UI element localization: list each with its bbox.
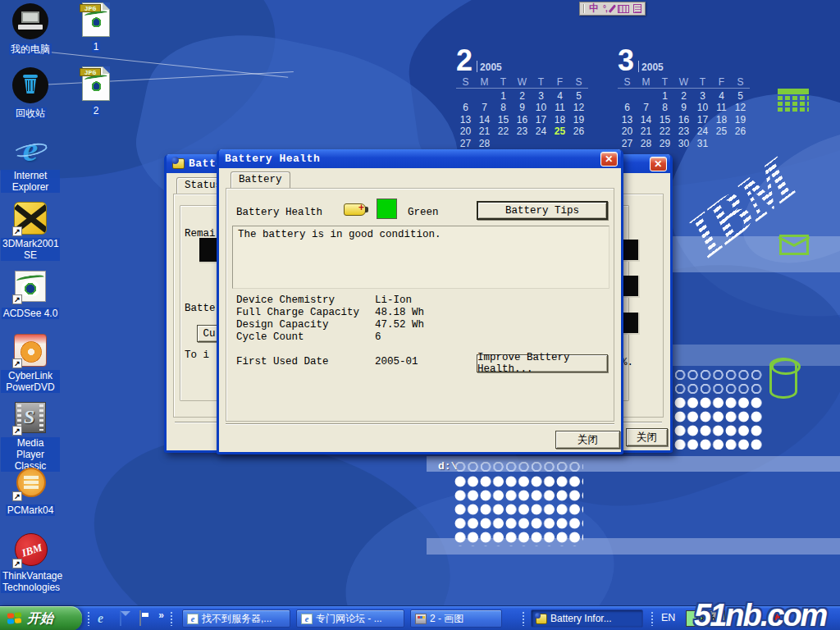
taskbar-grip[interactable] — [170, 611, 173, 626]
desktop-icon-pcmark04[interactable]: ↗ PCMark04 — [1, 464, 60, 517]
recycle-bin-icon — [12, 67, 48, 103]
taskbar-grip[interactable] — [522, 611, 525, 626]
calendar-day: 1 — [494, 90, 513, 103]
calendar-day: 27 — [618, 138, 637, 150]
battery-app-icon — [536, 614, 547, 624]
ime-punctuation-icon[interactable]: °, — [603, 4, 607, 13]
close-icon[interactable]: ✕ — [600, 152, 618, 167]
separator — [226, 423, 614, 425]
calendar-day: 21 — [475, 126, 494, 138]
calendar-day: 15 — [655, 114, 674, 126]
quicklaunch-overflow-chevron[interactable]: » — [154, 609, 168, 623]
shortcut-arrow-icon: ↗ — [12, 226, 22, 236]
calendar-day: 22 — [494, 126, 513, 138]
wallpaper-dot-grid — [454, 476, 583, 546]
field-value: Li-Ion — [375, 294, 412, 306]
ime-chinese-mode-icon[interactable]: 中 — [589, 2, 599, 16]
calendar-day: 12 — [569, 102, 588, 114]
calendar-day — [513, 138, 532, 150]
calendar-day: 2 — [674, 90, 693, 103]
calendar-day: 21 — [637, 126, 655, 138]
ime-menu-icon[interactable] — [633, 4, 641, 13]
start-button[interactable]: 开始 — [0, 606, 82, 630]
calendar-day: 28 — [637, 138, 655, 150]
icon-label: Internet Explorer — [1, 170, 60, 193]
battery-icon — [344, 203, 366, 216]
calendar-day — [494, 138, 513, 150]
quicklaunch-mail-icon[interactable] — [113, 611, 127, 625]
calendar-day: 4 — [550, 90, 569, 103]
calendar-day — [712, 138, 731, 150]
shortcut-arrow-icon: ↗ — [12, 559, 22, 568]
quicklaunch-show-desktop-icon[interactable] — [133, 611, 147, 625]
desktop-icon-recycle-bin[interactable]: 回收站 — [1, 66, 60, 120]
battery-tips-button[interactable]: Battery Tips — [477, 201, 608, 220]
calendar-day — [532, 138, 550, 150]
taskbar-window-forum[interactable]: e 专门网论坛 - ... — [296, 609, 404, 628]
desktop-icon-my-computer[interactable]: 我的电脑 — [1, 2, 60, 56]
calendar-year: 2005 — [641, 62, 664, 73]
battery-health-titlebar[interactable]: Battery Health ✕ — [219, 149, 621, 168]
calendar-month-number: 3 — [618, 47, 634, 75]
calendar-day: 29 — [655, 138, 674, 150]
wallpaper-dot-grid — [674, 397, 763, 450]
health-status-text: Green — [408, 207, 439, 218]
ime-pen-icon[interactable] — [609, 4, 616, 12]
calendar-divider — [638, 61, 639, 72]
close-button[interactable]: ✕ — [650, 157, 667, 171]
calendar-day: 8 — [655, 102, 674, 114]
calendar-divider — [477, 61, 477, 72]
drive-label: d:\ — [438, 460, 457, 472]
ime-keyboard-icon[interactable] — [618, 5, 629, 13]
desktop: d:\ IBM 中 °, 2 2005 SMTWTFS1234567891011… — [0, 0, 840, 630]
close-button-dialog[interactable]: 关闭 — [555, 431, 620, 449]
desktop-icon-acdsee[interactable]: ↗ ACDSee 4.0 — [1, 267, 60, 320]
quicklaunch-ie-icon[interactable]: e — [94, 611, 107, 625]
quicklaunch-grip[interactable] — [87, 611, 90, 626]
desktop-icon-powerdvd[interactable]: ↗ CyberLink PowerDVD — [1, 331, 60, 394]
health-status-swatch — [377, 199, 397, 219]
field-value: 48.18 Wh — [375, 307, 424, 318]
calendar-february: 2 2005 SMTWTFS12345678910111213141516171… — [456, 45, 596, 149]
ime-language-bar[interactable]: 中 °, — [579, 2, 646, 16]
calendar-dow: S — [731, 76, 750, 89]
dialog-title: Battery Health — [225, 153, 600, 165]
calendar-day — [637, 90, 655, 103]
close-button-bg-window[interactable]: 关闭 — [626, 428, 668, 446]
field-value: 47.52 Wh — [375, 319, 424, 331]
field-value: 6 — [375, 331, 381, 343]
calendar-dow: T — [655, 76, 674, 89]
taskbar-window-label: 找不到服务器,... — [202, 612, 272, 626]
desktop-icon-internet-explorer[interactable]: e Internet Explorer — [1, 131, 60, 194]
improve-battery-health-button[interactable]: Improve Battery Health... — [477, 354, 608, 372]
taskbar-window-paint[interactable]: 2 - 画图 — [410, 609, 502, 628]
tray-language-indicator[interactable]: EN — [661, 612, 675, 623]
calendar-day — [550, 138, 569, 150]
desktop-icon-jpg-1[interactable]: JPG 1 — [66, 1, 126, 53]
calendar-day: 6 — [456, 102, 475, 114]
to-text-fragment: To i — [185, 349, 209, 361]
desktop-icon-media-player-classic[interactable]: S↗ Media Player Classic — [1, 399, 60, 472]
ime-grip[interactable] — [583, 4, 585, 13]
calendar-day: 8 — [494, 102, 513, 114]
shortcut-arrow-icon: ↗ — [12, 491, 22, 501]
calendar-day: 18 — [550, 114, 569, 126]
ie-page-icon: e — [187, 614, 199, 624]
tab-battery[interactable]: Battery — [231, 171, 290, 188]
desktop-icon-jpg-2[interactable]: JPG 2 — [66, 65, 126, 117]
tray-grip[interactable] — [651, 611, 654, 626]
desktop-icon-thinkvantage[interactable]: IBM↗ ThinkVantage Technologies — [1, 532, 60, 594]
desktop-icon-3dmark2001[interactable]: ↗ 3DMark2001 SE — [1, 199, 60, 262]
icon-label: 我的电脑 — [9, 43, 52, 55]
taskbar-window-battery-information[interactable]: Battery Infor... — [531, 609, 643, 628]
ibm-logo: IBM — [675, 126, 840, 286]
icon-label: 1 — [92, 41, 101, 52]
calendar-dow: M — [637, 76, 655, 89]
calendar-day: 31 — [693, 138, 712, 150]
calendar-dow: T — [532, 76, 550, 89]
calendar-day — [475, 90, 494, 103]
taskbar-window-server-not-found[interactable]: e 找不到服务器,... — [182, 609, 290, 628]
wallpaper-band — [671, 345, 840, 366]
calendar-dow: W — [674, 76, 693, 89]
field-label: First Used Date — [236, 356, 329, 368]
